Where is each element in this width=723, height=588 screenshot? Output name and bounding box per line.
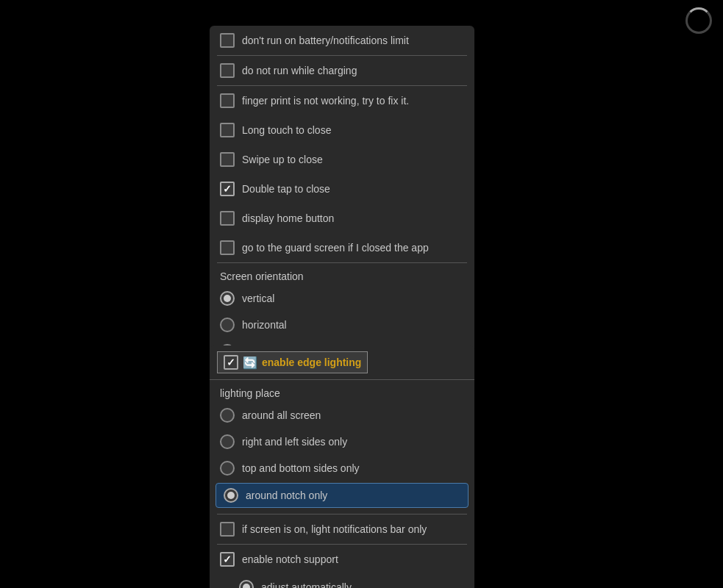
top-panel: don't run on battery/notifications limit… [210,26,474,365]
around-all-row[interactable]: around all screen [210,402,474,429]
horizontal-radio[interactable] [220,318,235,332]
charging-row[interactable]: do not run while charging [210,56,474,85]
charging-checkbox[interactable] [220,63,235,78]
fingerprint-label: finger print is not working, try to fix … [242,95,409,107]
top-bottom-row[interactable]: top and bottom sides only [210,455,474,481]
screen-on-notify-checkbox[interactable] [220,522,235,537]
battery-label: don't run on battery/notifications limit [242,35,409,46]
home-button-row[interactable]: display home button [210,204,474,233]
long-touch-checkbox[interactable] [220,123,235,137]
long-touch-label: Long touch to close [242,124,331,136]
screen-on-notify-row[interactable]: if screen is on, light notifications bar… [210,514,474,544]
loading-spinner [685,7,712,34]
battery-row[interactable]: don't run on battery/notifications limit [210,26,474,55]
screen-on-notify-label: if screen is on, light notifications bar… [242,523,427,535]
edge-lighting-label: enable edge lighting [262,356,361,368]
around-notch-row[interactable]: around notch only [216,483,469,508]
orientation-section-label: Screen orientation [210,263,474,285]
edge-lighting-icon: 🔄 [243,356,257,370]
home-button-checkbox[interactable] [220,211,235,226]
swipe-up-checkbox[interactable] [220,152,235,167]
horizontal-row[interactable]: horizontal [210,312,474,338]
notch-support-row[interactable]: enable notch support [210,545,474,574]
adjust-auto-row[interactable]: adjust automatically [210,574,474,588]
around-notch-radio[interactable] [224,488,238,503]
guard-screen-label: go to the guard screen if I closed the a… [242,242,429,254]
double-tap-row[interactable]: Double tap to close [210,174,474,204]
home-button-label: display home button [242,212,334,224]
notch-support-label: enable notch support [242,553,338,565]
double-tap-checkbox[interactable] [220,182,235,196]
around-notch-label: around notch only [246,490,327,501]
vertical-radio[interactable] [220,291,235,306]
swipe-up-label: Swipe up to close [242,154,323,165]
vertical-label: vertical [242,293,274,304]
adjust-auto-radio[interactable] [239,580,254,588]
charging-label: do not run while charging [242,65,357,76]
horizontal-label: horizontal [242,319,287,331]
around-all-label: around all screen [242,409,321,421]
right-left-label: right and left sides only [242,436,347,448]
fingerprint-row[interactable]: finger print is not working, try to fix … [210,86,474,115]
guard-screen-row[interactable]: go to the guard screen if I closed the a… [210,233,474,262]
edge-lighting-header[interactable]: 🔄 enable edge lighting [210,345,474,380]
lighting-place-label: lighting place [210,380,474,402]
top-bottom-radio[interactable] [220,461,235,476]
edge-lighting-checkbox[interactable] [224,355,238,370]
guard-screen-checkbox[interactable] [220,240,235,255]
bottom-panel: 🔄 enable edge lighting lighting place ar… [210,345,474,588]
fingerprint-checkbox[interactable] [220,93,235,108]
long-touch-row[interactable]: Long touch to close [210,115,474,145]
battery-checkbox[interactable] [220,33,235,48]
right-left-radio[interactable] [220,434,235,449]
top-bottom-label: top and bottom sides only [242,462,360,474]
around-all-radio[interactable] [220,408,235,423]
double-tap-label: Double tap to close [242,183,330,195]
vertical-row[interactable]: vertical [210,285,474,312]
notch-support-checkbox[interactable] [220,552,235,567]
adjust-auto-label: adjust automatically [261,581,352,588]
right-left-row[interactable]: right and left sides only [210,429,474,455]
swipe-up-row[interactable]: Swipe up to close [210,145,474,174]
